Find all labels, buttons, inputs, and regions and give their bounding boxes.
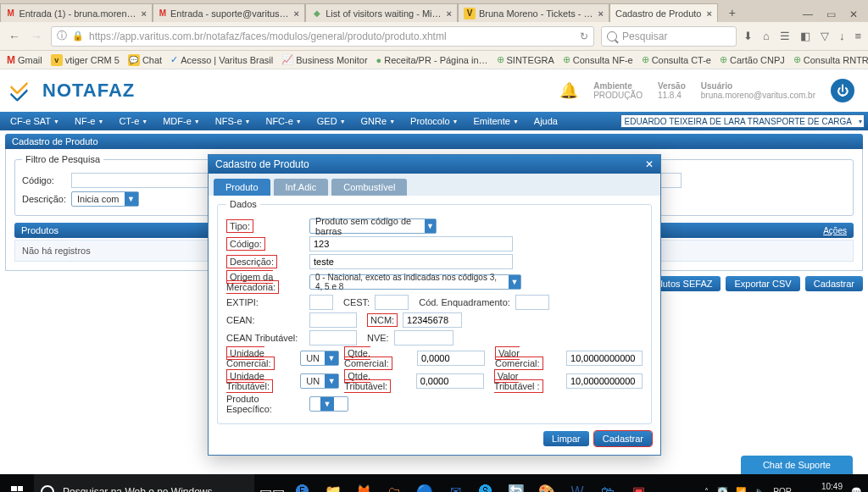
browser-search[interactable]: Pesquisar [601,26,737,47]
valcom-field[interactable] [566,351,643,366]
uncom-select[interactable]: UN▼ [300,351,339,366]
pocket-icon[interactable]: ▽ [821,30,829,42]
volume-icon[interactable]: 🔈 [754,487,765,492]
back-button[interactable]: ← [7,30,22,43]
tipo-select[interactable]: Produto sem código de barras▼ [309,218,437,234]
close-window-icon[interactable]: ✕ [849,8,858,20]
browser-tab[interactable]: VBruna Moreno - Tickets - …× [458,3,609,22]
ncm-field[interactable] [403,312,462,328]
close-icon[interactable]: × [142,8,147,19]
language-indicator[interactable]: POR [773,487,792,492]
menu-item[interactable]: CT-e▼ [112,112,154,130]
qtdetrib-field[interactable] [416,373,484,389]
origem-select[interactable]: 0 - Nacional, exceto as indicadas nos có… [309,274,521,290]
tab-produto[interactable]: Produto [214,179,270,196]
menu-item[interactable]: GED▼ [310,112,353,130]
browser-tab[interactable]: MEntrada (1) - bruna.moren…× [0,3,153,22]
browser-tab-active[interactable]: Cadastro de Produto× [609,3,718,22]
start-button[interactable] [0,474,34,492]
address-bar[interactable]: ⓘ 🔒 https://app.varitus.com.br/notafaz/f… [51,26,594,47]
menu-item[interactable]: NFC-e▼ [259,112,308,130]
menu-item[interactable]: Protocolo▼ [403,112,465,130]
reload-icon[interactable]: ↻ [580,30,588,42]
forward-button[interactable]: → [29,30,44,43]
context-select[interactable]: EDUARDO TEIXEIRA DE LARA TRANSPORTE DE C… [620,114,865,128]
disk-icon[interactable]: 💽 [717,487,727,492]
codenq-field[interactable] [515,295,549,310]
bookmark[interactable]: 💬Chat [128,54,162,66]
firefox-icon[interactable]: 🦊 [349,480,378,493]
task-view-icon[interactable]: ▭▭ [258,480,287,493]
app-icon[interactable]: 🗂 [380,480,409,493]
save-icon[interactable]: ↓ [839,30,845,42]
support-chat-tab[interactable]: Chat de Suporte [741,456,853,474]
untrib-select[interactable]: UN▼ [300,373,339,389]
bookmark[interactable]: ⊕Cartão CNPJ [720,54,785,65]
descricao-op-select[interactable]: Inicia com▼ [71,191,139,207]
notification-center-icon[interactable]: 💬 [851,487,861,492]
sidebar-icon[interactable]: ◧ [800,30,810,42]
close-icon[interactable]: × [294,8,299,19]
cest-field[interactable] [375,295,409,310]
edge-icon[interactable]: 🅔 [288,480,317,493]
prodesp-select[interactable]: ▼ [309,396,348,412]
adobe-icon[interactable]: ▣ [624,480,653,493]
paint-icon[interactable]: 🎨 [532,480,561,493]
tab-infadic[interactable]: Inf.Adic [274,179,329,196]
menu-item[interactable]: NFS-e▼ [209,112,258,130]
cean-field[interactable] [309,312,357,328]
chrome-icon[interactable]: 🔵 [410,480,439,493]
ceantrib-field[interactable] [309,330,357,346]
wifi-icon[interactable]: 📶 [736,487,746,492]
bookmark[interactable]: vvtiger CRM 5 [51,54,120,66]
codigo-field[interactable] [309,236,513,252]
menu-item[interactable]: GNRe▼ [354,112,403,130]
store-icon[interactable]: 🛍 [593,480,622,493]
bookmark[interactable]: ⊕SINTEGRA [497,54,554,65]
bookmark[interactable]: ✓Acesso | Varitus Brasil [170,54,273,65]
menu-item[interactable]: Ajuda [527,112,565,130]
close-icon[interactable]: ✕ [645,158,654,170]
exportar-csv-button[interactable]: Exportar CSV [726,276,799,291]
browser-tab[interactable]: ◆List of visitors waiting - Mi…× [305,3,458,22]
skype-icon[interactable]: 🅢 [471,480,500,493]
close-icon[interactable]: × [706,8,711,19]
extipi-field[interactable] [309,295,333,310]
menu-item[interactable]: NF-e▼ [68,112,110,130]
explorer-icon[interactable]: 📁 [319,480,348,493]
home-icon[interactable]: ⌂ [763,30,770,42]
modal-header[interactable]: Cadastro de Produto✕ [209,155,660,174]
menu-item[interactable]: Emitente▼ [466,112,525,130]
restore-icon[interactable]: ▭ [826,8,836,20]
close-icon[interactable]: × [598,8,604,19]
menu-icon[interactable]: ≡ [854,30,861,42]
download-icon[interactable]: ⬇ [743,30,753,42]
logout-button[interactable]: ⏻ [831,79,854,102]
bookmark[interactable]: MGmail [7,54,42,66]
descricao-field[interactable] [309,254,513,269]
tray-up-icon[interactable]: ˄ [704,487,709,492]
modal-cadastrar-button[interactable]: Cadastrar [594,431,652,446]
cadastrar-button[interactable]: Cadastrar [805,276,863,291]
outlook-icon[interactable]: ✉ [441,480,470,493]
bookmark[interactable]: ⊕Consulta CT-e [642,54,711,65]
nve-field[interactable] [394,330,453,346]
valtrib-field[interactable] [566,373,643,389]
menu-item[interactable]: CF-e SAT▼ [3,112,66,130]
notification-icon[interactable]: 🔔 [559,81,578,100]
bookmark[interactable]: ⊕Consulta NF-e [563,54,633,65]
bookmark[interactable]: ⊕Consulta RNTRC [793,54,868,65]
bookmark[interactable]: 📈Business Monitor [281,54,367,65]
windows-search[interactable]: Pesquisar na Web e no Windows [34,474,254,492]
menu-item[interactable]: MDF-e▼ [156,112,207,130]
new-tab-button[interactable]: + [721,7,743,22]
browser-tab[interactable]: MEntrada - suporte@varitus…× [153,3,305,22]
bookmark[interactable]: ●Receita/PR - Página in… [376,55,488,65]
bookmark-icon[interactable]: ☰ [780,30,790,42]
minimize-icon[interactable]: — [803,8,813,20]
tab-combustivel[interactable]: Combustível [331,179,407,196]
qtdecom-field[interactable] [417,351,485,366]
teamviewer-icon[interactable]: 🔄 [502,480,531,493]
word-icon[interactable]: W [563,480,592,493]
acoes-link[interactable]: Ações [823,226,847,235]
